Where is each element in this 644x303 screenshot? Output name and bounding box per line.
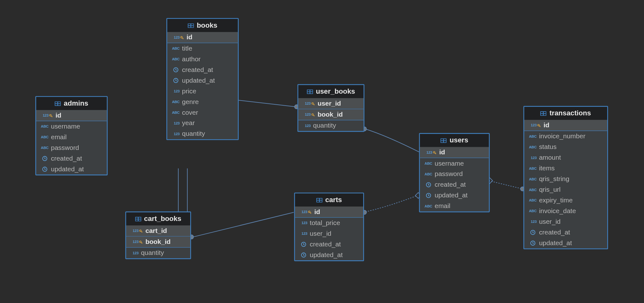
column-row[interactable]: 123cart_id xyxy=(126,225,190,236)
column-row[interactable]: ABCexpiry_time xyxy=(524,195,607,206)
table-admins[interactable]: admins 123 id ABCusername ABCemail ABCpa… xyxy=(35,96,108,175)
column-row[interactable]: 123quantity xyxy=(167,129,238,139)
type-123-icon: 123 xyxy=(170,132,180,136)
svg-rect-55 xyxy=(541,112,543,113)
table-icon xyxy=(135,217,141,221)
table-header: users xyxy=(420,134,489,147)
svg-rect-27 xyxy=(308,92,310,93)
svg-rect-40 xyxy=(317,198,319,200)
column-row[interactable]: ABCauthor xyxy=(167,54,238,64)
type-123-icon: 123 xyxy=(130,229,139,233)
column-row[interactable]: 123year xyxy=(167,118,238,129)
column-row[interactable]: 123book_id xyxy=(126,237,190,248)
type-123-icon: 123 xyxy=(298,221,308,225)
column-row[interactable]: ABCemail xyxy=(36,132,107,142)
type-abc-icon: ABC xyxy=(170,47,180,51)
column-row[interactable]: updated_at xyxy=(167,75,238,86)
svg-rect-42 xyxy=(317,200,319,201)
column-row[interactable]: 123id xyxy=(524,120,607,131)
table-carts[interactable]: carts 123id 123total_price 123user_id cr… xyxy=(294,193,364,261)
column-row[interactable]: updated_at xyxy=(36,164,107,174)
type-123-icon: 123 xyxy=(528,123,537,127)
column-row[interactable]: ABCemail xyxy=(420,201,489,212)
column-row[interactable]: created_at xyxy=(295,239,363,250)
table-title: transactions xyxy=(549,109,591,118)
key-icon xyxy=(311,113,315,117)
column-row[interactable]: 123id xyxy=(420,147,489,158)
column-row[interactable]: ABCgenre xyxy=(167,96,238,107)
column-row[interactable]: ABCitems xyxy=(524,163,607,174)
column-row[interactable]: created_at xyxy=(524,227,607,238)
table-books[interactable]: books 123id ABCtitle ABCauthor created_a… xyxy=(166,18,239,140)
column-row[interactable]: ABCtitle xyxy=(167,43,238,54)
type-abc-icon: ABC xyxy=(423,204,432,208)
table-title: users xyxy=(450,136,468,145)
column-row[interactable]: 123 id xyxy=(36,110,107,121)
svg-rect-43 xyxy=(320,200,322,201)
column-row[interactable]: 123user_id xyxy=(298,98,364,109)
erd-canvas: admins 123 id ABCusername ABCemail ABCpa… xyxy=(0,0,644,303)
column-row[interactable]: ABCpassword xyxy=(36,142,107,153)
column-row[interactable]: ABCusername xyxy=(36,121,107,132)
table-users[interactable]: users 123id ABCusername ABCpassword crea… xyxy=(419,133,490,212)
table-title: cart_books xyxy=(144,215,181,223)
column-row[interactable]: 123book_id xyxy=(298,109,364,120)
type-abc-icon: ABC xyxy=(170,57,180,61)
type-abc-icon: ABC xyxy=(528,145,537,149)
table-icon xyxy=(307,89,313,94)
column-row[interactable]: updated_at xyxy=(295,250,363,260)
type-abc-icon: ABC xyxy=(170,100,180,104)
table-user-books[interactable]: user_books 123user_id 123book_id 123quan… xyxy=(297,84,364,132)
table-transactions[interactable]: transactions 123id ABCinvoice_number ABC… xyxy=(523,106,608,249)
table-header: user_books xyxy=(298,85,364,98)
column-row[interactable]: ABCusername xyxy=(420,158,489,169)
column-row[interactable]: ABCcover xyxy=(167,107,238,118)
column-row[interactable]: 123quantity xyxy=(298,120,364,131)
svg-rect-56 xyxy=(544,112,546,113)
type-abc-icon: ABC xyxy=(39,146,48,150)
column-row[interactable]: created_at xyxy=(36,153,107,164)
column-row[interactable]: 123user_id xyxy=(295,228,363,239)
table-cart-books[interactable]: cart_books 123cart_id 123book_id 123quan… xyxy=(125,212,191,259)
column-row[interactable]: 123id xyxy=(167,32,238,43)
svg-rect-28 xyxy=(310,92,313,93)
table-icon xyxy=(188,23,194,28)
column-row[interactable]: 123quantity xyxy=(126,248,190,258)
svg-rect-17 xyxy=(188,24,191,25)
column-row[interactable]: 123price xyxy=(167,86,238,96)
column-row[interactable]: ABCpassword xyxy=(420,169,489,179)
svg-rect-51 xyxy=(138,219,141,220)
type-123-icon: 123 xyxy=(298,210,308,214)
column-row[interactable]: updated_at xyxy=(420,190,489,201)
column-row[interactable]: created_at xyxy=(167,64,238,75)
type-123-icon: 123 xyxy=(302,124,311,128)
table-title: admins xyxy=(64,99,88,107)
key-icon xyxy=(139,241,143,245)
column-row[interactable]: 123amount xyxy=(524,152,607,163)
column-row[interactable]: ABCstatus xyxy=(524,142,607,152)
column-row[interactable]: ABCinvoice_date xyxy=(524,206,607,217)
column-row[interactable]: updated_at xyxy=(524,238,607,248)
column-row[interactable]: ABCinvoice_number xyxy=(524,131,607,142)
column-row[interactable]: ABCqris_string xyxy=(524,174,607,185)
clock-icon xyxy=(530,229,536,235)
type-123-icon: 123 xyxy=(170,35,180,39)
svg-rect-19 xyxy=(188,26,191,27)
type-abc-icon: ABC xyxy=(528,198,537,202)
column-row[interactable]: created_at xyxy=(420,179,489,190)
svg-rect-25 xyxy=(308,90,310,91)
type-123-icon: 123 xyxy=(170,121,180,125)
column-row[interactable]: 123total_price xyxy=(295,218,363,228)
key-icon xyxy=(433,151,437,155)
svg-rect-35 xyxy=(444,141,446,142)
column-row[interactable]: 123id xyxy=(295,207,363,218)
table-header: books xyxy=(167,19,238,32)
column-row[interactable]: 123user_id xyxy=(524,217,607,227)
type-123-icon: 123 xyxy=(130,240,139,244)
type-123-icon: 123 xyxy=(528,156,537,160)
type-abc-icon: ABC xyxy=(528,166,537,170)
svg-rect-33 xyxy=(444,139,446,140)
key-icon xyxy=(311,102,315,106)
table-title: books xyxy=(197,21,217,30)
column-row[interactable]: ABCqris_url xyxy=(524,185,607,195)
